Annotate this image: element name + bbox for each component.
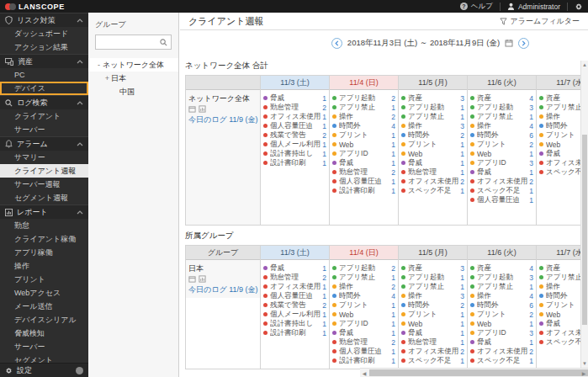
- sidebar-item-プリント[interactable]: プリント: [0, 273, 88, 286]
- scroll-right-arrow[interactable]: ▶: [580, 369, 588, 377]
- alarm-count-link[interactable]: 2: [391, 283, 395, 291]
- sidebar-item-ダッシュボード[interactable]: ダッシュボード: [0, 27, 88, 40]
- alarm-count-link[interactable]: 3: [529, 159, 533, 167]
- today-log-link[interactable]: 今日のログ 11/9 (金): [188, 284, 257, 295]
- tree-item-ネットワーク全体[interactable]: -ネットワーク全体: [88, 58, 178, 72]
- today-log-link[interactable]: 今日のログ 11/9 (金): [188, 114, 257, 125]
- alarm-count-link[interactable]: 1: [391, 131, 395, 140]
- alarm-count-link[interactable]: 1: [391, 311, 395, 319]
- alarm-count-link[interactable]: 2: [460, 178, 464, 186]
- sidebar-item-デバイスシリアル[interactable]: デバイスシリアル: [0, 313, 88, 327]
- tree-item-日本[interactable]: +日本: [88, 72, 178, 85]
- alarm-count-link[interactable]: 1: [391, 178, 395, 186]
- alarm-count-link[interactable]: 1: [322, 320, 326, 328]
- alarm-count-link[interactable]: 1: [529, 150, 533, 158]
- alarm-count-link[interactable]: 1: [460, 283, 464, 291]
- sidebar-section-ログ検索[interactable]: ログ検索: [0, 95, 88, 109]
- tree-toggle-icon[interactable]: +: [103, 74, 111, 82]
- settings-gear-button[interactable]: [575, 3, 583, 11]
- alarm-count-link[interactable]: 1: [529, 187, 533, 195]
- alarm-count-link[interactable]: 4: [529, 122, 533, 130]
- alarm-count-link[interactable]: 1: [391, 187, 395, 195]
- alarm-count-link[interactable]: 6: [529, 131, 533, 140]
- alarm-count-link[interactable]: 2: [391, 338, 395, 347]
- alarm-count-link[interactable]: 1: [391, 150, 395, 158]
- alarm-count-link[interactable]: 1: [460, 150, 464, 158]
- sidebar-item-settings[interactable]: 設定: [0, 363, 88, 377]
- sidebar-item-Webアクセス[interactable]: Webアクセス: [0, 286, 88, 300]
- sidebar-item-クライアント[interactable]: クライアント: [0, 109, 88, 123]
- alarm-count-link[interactable]: 1: [322, 122, 326, 130]
- search-icon[interactable]: [160, 39, 167, 46]
- alarm-count-link[interactable]: 4: [529, 94, 533, 103]
- sidebar-item-サーバー[interactable]: サーバー: [0, 123, 88, 136]
- alarm-count-link[interactable]: 3: [460, 264, 464, 273]
- alarm-count-link[interactable]: 2: [322, 131, 326, 140]
- alarm-count-link[interactable]: 1: [529, 357, 533, 365]
- sidebar-item-サマリー[interactable]: サマリー: [0, 151, 88, 164]
- alarm-count-link[interactable]: 3: [529, 273, 533, 282]
- sidebar-item-メール送信[interactable]: メール送信: [0, 300, 88, 313]
- alarm-count-link[interactable]: 1: [322, 94, 326, 103]
- alarm-count-link[interactable]: 1: [460, 113, 464, 121]
- date-next-button[interactable]: [518, 38, 529, 49]
- alarm-count-link[interactable]: 4: [529, 264, 533, 273]
- alarm-count-link[interactable]: 2: [391, 264, 395, 273]
- alarm-count-link[interactable]: 1: [460, 338, 464, 347]
- sidebar-item-セグメント[interactable]: セグメント: [0, 353, 88, 363]
- group-search-input[interactable]: [99, 38, 160, 46]
- alarm-count-link[interactable]: 1: [391, 348, 395, 356]
- alarm-count-link[interactable]: 1: [460, 159, 464, 167]
- alarm-count-link[interactable]: 1: [391, 159, 395, 167]
- sidebar-item-サーバー[interactable]: サーバー: [0, 340, 88, 353]
- alarm-count-link[interactable]: 2: [322, 301, 326, 310]
- alarm-count-link[interactable]: 1: [322, 329, 326, 337]
- alarm-count-link[interactable]: 1: [529, 196, 533, 204]
- alarm-filter-button[interactable]: アラームフィルター: [500, 16, 580, 27]
- alarm-count-link[interactable]: 3: [529, 329, 533, 337]
- alarm-count-link[interactable]: 2: [460, 301, 464, 310]
- scroll-down-arrow[interactable]: ▼: [581, 359, 588, 368]
- scroll-left-arrow[interactable]: ◀: [360, 369, 368, 377]
- alarm-count-link[interactable]: 3: [460, 292, 464, 300]
- alarm-count-link[interactable]: 2: [460, 131, 464, 140]
- alarm-count-link[interactable]: 3: [460, 94, 464, 103]
- sidebar-item-クライアント稼働[interactable]: クライアント稼働: [0, 232, 88, 246]
- alarm-count-link[interactable]: 2: [529, 178, 533, 186]
- calendar-mini-icon[interactable]: [188, 105, 196, 113]
- alarm-count-link[interactable]: 6: [529, 301, 533, 310]
- alarm-count-link[interactable]: 1: [529, 320, 533, 328]
- sidebar-item-脅威検知[interactable]: 脅威検知: [0, 327, 88, 340]
- alarm-count-link[interactable]: 2: [460, 348, 464, 356]
- alarm-count-link[interactable]: 1: [322, 292, 326, 300]
- alarm-count-link[interactable]: 1: [460, 329, 464, 337]
- alarm-count-link[interactable]: 4: [391, 122, 395, 130]
- alarm-count-link[interactable]: 1: [391, 329, 395, 337]
- alarm-count-link[interactable]: 2: [391, 94, 395, 103]
- alarm-count-link[interactable]: 2: [322, 273, 326, 282]
- sidebar-item-アプリ稼働[interactable]: アプリ稼働: [0, 246, 88, 259]
- sidebar-item-PC[interactable]: PC: [0, 68, 88, 82]
- alarm-count-link[interactable]: 1: [529, 113, 533, 121]
- sidebar-item-操作[interactable]: 操作: [0, 259, 88, 273]
- alarm-count-link[interactable]: 1: [529, 168, 533, 177]
- alarm-count-link[interactable]: 1: [322, 150, 326, 158]
- sidebar-item-セグメント週報[interactable]: セグメント週報: [0, 191, 88, 204]
- alarm-count-link[interactable]: 1: [460, 357, 464, 365]
- sidebar-item-クライアント週報[interactable]: クライアント週報: [0, 164, 88, 178]
- sidebar-item-勤怠[interactable]: 勤怠: [0, 219, 88, 232]
- alarm-count-link[interactable]: 1: [322, 113, 326, 121]
- alarm-count-link[interactable]: 1: [460, 311, 464, 319]
- alarm-count-link[interactable]: 1: [460, 187, 464, 195]
- help-button[interactable]: ? ヘルプ: [460, 2, 493, 12]
- sidebar-section-リスク対策[interactable]: リスク対策: [0, 13, 88, 27]
- alarm-count-link[interactable]: 1: [322, 311, 326, 319]
- vertical-scrollbar[interactable]: ▲ ▼: [580, 61, 588, 368]
- sidebar-item-アクション結果[interactable]: アクション結果: [0, 40, 88, 54]
- alarm-count-link[interactable]: 1: [460, 273, 464, 282]
- alarm-count-link[interactable]: 1: [322, 159, 326, 167]
- chart-mini-icon[interactable]: [199, 275, 206, 283]
- tree-toggle-icon[interactable]: -: [95, 61, 103, 69]
- calendar-icon[interactable]: [505, 39, 513, 47]
- alarm-count-link[interactable]: 2: [529, 311, 533, 319]
